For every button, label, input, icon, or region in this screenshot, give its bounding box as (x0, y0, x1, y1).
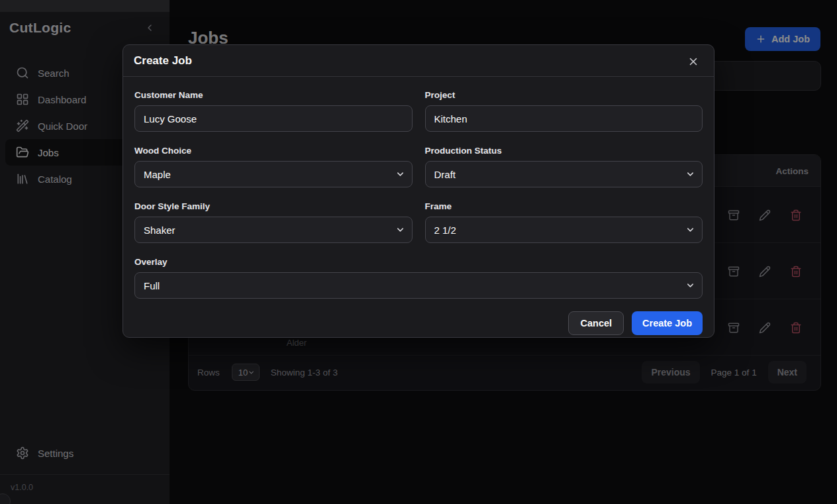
customer-name-field-group: Customer Name (134, 90, 413, 132)
frame-value: 2 1/2 (434, 225, 456, 236)
production-status-select[interactable]: Draft (425, 161, 703, 187)
production-status-value: Draft (434, 169, 456, 180)
chevron-down-icon (685, 170, 695, 179)
chevron-down-icon (685, 281, 695, 291)
create-job-modal: Create Job Customer Name Project Wood Ch… (123, 44, 714, 338)
modal-body: Customer Name Project Wood Choice Maple (123, 77, 714, 299)
close-icon (687, 56, 699, 68)
overlay-label: Overlay (134, 257, 703, 267)
wood-choice-value: Maple (144, 169, 171, 180)
chevron-down-icon (395, 225, 405, 235)
overlay-field-group: Overlay Full (134, 257, 703, 299)
chevron-down-icon (685, 225, 695, 235)
wood-choice-field-group: Wood Choice Maple (134, 146, 413, 187)
modal-header: Create Job (123, 45, 714, 77)
frame-field-group: Frame 2 1/2 (425, 201, 703, 243)
create-job-submit-button[interactable]: Create Job (632, 311, 703, 335)
door-style-family-value: Shaker (144, 225, 175, 236)
modal-title: Create Job (134, 54, 192, 68)
wood-choice-select[interactable]: Maple (134, 161, 413, 187)
project-field-group: Project (425, 90, 703, 132)
wood-choice-label: Wood Choice (134, 146, 413, 156)
app-root: CutLogic Search Dashboard (0, 0, 837, 504)
chevron-down-icon (395, 170, 405, 179)
frame-select[interactable]: 2 1/2 (425, 217, 703, 243)
overlay-value: Full (144, 280, 160, 291)
door-style-family-label: Door Style Family (134, 201, 413, 211)
cancel-button[interactable]: Cancel (568, 311, 624, 335)
customer-name-label: Customer Name (134, 90, 413, 100)
modal-footer: Cancel Create Job (123, 299, 714, 344)
modal-close-button[interactable] (686, 54, 701, 69)
customer-name-input[interactable] (134, 105, 413, 132)
production-status-field-group: Production Status Draft (425, 146, 703, 187)
project-label: Project (425, 90, 703, 100)
frame-label: Frame (425, 201, 703, 211)
door-style-family-field-group: Door Style Family Shaker (134, 201, 413, 243)
project-input[interactable] (425, 105, 703, 132)
production-status-label: Production Status (425, 146, 703, 156)
door-style-family-select[interactable]: Shaker (134, 217, 413, 243)
overlay-select[interactable]: Full (134, 272, 703, 299)
